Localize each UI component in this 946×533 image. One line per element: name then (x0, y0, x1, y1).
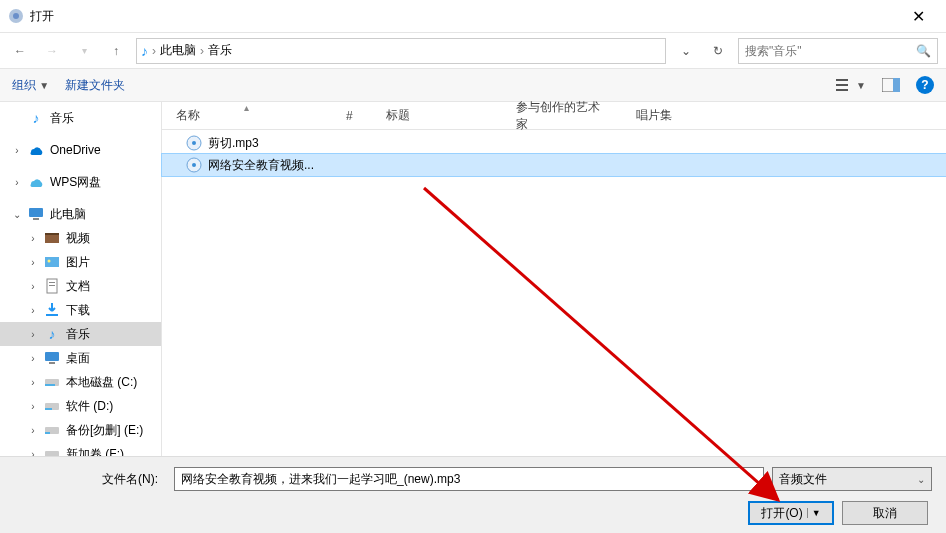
expand-icon[interactable]: › (28, 233, 38, 244)
address-bar[interactable]: ♪ › 此电脑 › 音乐 (136, 38, 666, 64)
expand-icon[interactable]: › (28, 329, 38, 340)
pictures-icon (44, 254, 60, 270)
sidebar-item-label: 软件 (D:) (66, 398, 113, 415)
expand-icon[interactable]: › (28, 401, 38, 412)
expand-icon[interactable]: › (12, 177, 22, 188)
expand-icon[interactable]: › (28, 377, 38, 388)
svg-rect-21 (45, 408, 52, 410)
sidebar-item-wps[interactable]: ›WPS网盘 (0, 170, 161, 194)
expand-icon[interactable]: › (28, 449, 38, 457)
breadcrumb-seg1[interactable]: 此电脑 (160, 42, 196, 59)
forward-button[interactable]: → (40, 39, 64, 63)
preview-pane-button[interactable] (882, 78, 900, 92)
sidebar-item-onedrive[interactable]: ›OneDrive (0, 138, 161, 162)
svg-rect-10 (45, 233, 59, 235)
expand-icon[interactable]: › (28, 257, 38, 268)
expand-icon[interactable]: › (28, 281, 38, 292)
sidebar-item-pictures[interactable]: ›图片 (0, 250, 161, 274)
file-area: ▴名称 # 标题 参与创作的艺术家 唱片集 剪切.mp3 网络安全教育视频... (162, 102, 946, 456)
svg-rect-17 (49, 362, 55, 364)
sidebar-item-label: 视频 (66, 230, 90, 247)
window-title: 打开 (30, 8, 898, 25)
sort-asc-icon: ▴ (244, 102, 249, 113)
expand-icon[interactable]: › (28, 353, 38, 364)
sidebar-item-music[interactable]: ›♪音乐 (0, 322, 161, 346)
expand-icon[interactable]: › (12, 145, 22, 156)
up-button[interactable]: ↑ (104, 39, 128, 63)
split-dropdown-icon[interactable]: ▼ (807, 508, 821, 518)
sidebar-item-disk-f[interactable]: ›新加卷 (F:) (0, 442, 161, 456)
filename-input[interactable] (174, 467, 764, 491)
svg-point-1 (13, 13, 19, 19)
svg-rect-7 (29, 208, 43, 217)
organize-button[interactable]: 组织 ▼ (12, 77, 49, 94)
music-icon: ♪ (44, 326, 60, 342)
help-button[interactable]: ? (916, 76, 934, 94)
sidebar-item-downloads[interactable]: ›下载 (0, 298, 161, 322)
sidebar-item-thispc[interactable]: ⌄此电脑 (0, 202, 161, 226)
desktop-icon (44, 350, 60, 366)
recent-dropdown[interactable]: ▾ (72, 39, 96, 63)
sidebar-item-label: WPS网盘 (50, 174, 101, 191)
sidebar-item-disk-c[interactable]: ›本地磁盘 (C:) (0, 370, 161, 394)
back-button[interactable]: ← (8, 39, 32, 63)
sidebar-item-label: 本地磁盘 (C:) (66, 374, 137, 391)
navbar: ← → ▾ ↑ ♪ › 此电脑 › 音乐 ⌄ ↻ 🔍 (0, 32, 946, 68)
svg-point-12 (48, 260, 51, 263)
onedrive-icon (28, 142, 44, 158)
expand-icon[interactable]: › (28, 305, 38, 316)
breadcrumb-seg2[interactable]: 音乐 (208, 42, 232, 59)
svg-rect-11 (45, 257, 59, 267)
view-options-button[interactable]: ▼ (836, 78, 866, 92)
chevron-right-icon: › (196, 44, 208, 58)
titlebar: 打开 ✕ (0, 0, 946, 32)
search-input[interactable] (745, 44, 916, 58)
svg-point-29 (192, 163, 196, 167)
column-number[interactable]: # (332, 102, 372, 129)
chevron-down-icon: ⌄ (917, 474, 925, 485)
sidebar-item-disk-e[interactable]: ›备份[勿删] (E:) (0, 418, 161, 442)
sidebar-item-label: OneDrive (50, 143, 101, 157)
column-headers: ▴名称 # 标题 参与创作的艺术家 唱片集 (162, 102, 946, 130)
svg-point-27 (192, 141, 196, 145)
svg-rect-3 (836, 84, 848, 86)
open-button[interactable]: 打开(O) ▼ (748, 501, 834, 525)
new-folder-button[interactable]: 新建文件夹 (65, 77, 125, 94)
expand-icon[interactable]: › (28, 425, 38, 436)
column-artist[interactable]: 参与创作的艺术家 (502, 102, 622, 129)
column-title[interactable]: 标题 (372, 102, 502, 129)
filetype-dropdown[interactable]: 音频文件 ⌄ (772, 467, 932, 491)
sidebar-item-label: 图片 (66, 254, 90, 271)
svg-rect-14 (49, 282, 55, 283)
search-icon: 🔍 (916, 44, 931, 58)
close-button[interactable]: ✕ (898, 7, 938, 26)
docs-icon (44, 278, 60, 294)
svg-rect-16 (45, 352, 59, 361)
cancel-button[interactable]: 取消 (842, 501, 928, 525)
sidebar-item-music-quick[interactable]: ♪音乐 (0, 106, 161, 130)
address-dropdown[interactable]: ⌄ (674, 44, 698, 58)
sidebar-item-label: 音乐 (66, 326, 90, 343)
file-list: 剪切.mp3 网络安全教育视频... (162, 130, 946, 178)
sidebar-item-documents[interactable]: ›文档 (0, 274, 161, 298)
disk-icon (44, 374, 60, 390)
svg-rect-15 (49, 285, 55, 286)
sidebar-item-label: 备份[勿删] (E:) (66, 422, 143, 439)
file-row[interactable]: 剪切.mp3 (162, 132, 946, 154)
collapse-icon[interactable]: ⌄ (12, 209, 22, 220)
footer: 文件名(N): 音频文件 ⌄ 打开(O) ▼ 取消 (0, 456, 946, 533)
refresh-button[interactable]: ↻ (706, 44, 730, 58)
downloads-icon (44, 302, 60, 318)
music-icon: ♪ (141, 43, 148, 59)
file-row[interactable]: 网络安全教育视频... (162, 154, 946, 176)
sidebar-item-label: 文档 (66, 278, 90, 295)
sidebar-item-videos[interactable]: ›视频 (0, 226, 161, 250)
svg-rect-2 (836, 79, 848, 81)
search-box[interactable]: 🔍 (738, 38, 938, 64)
music-icon: ♪ (28, 110, 44, 126)
sidebar-item-desktop[interactable]: ›桌面 (0, 346, 161, 370)
video-icon (44, 230, 60, 246)
column-name[interactable]: ▴名称 (162, 102, 332, 129)
sidebar-item-disk-d[interactable]: ›软件 (D:) (0, 394, 161, 418)
column-album[interactable]: 唱片集 (622, 102, 946, 129)
